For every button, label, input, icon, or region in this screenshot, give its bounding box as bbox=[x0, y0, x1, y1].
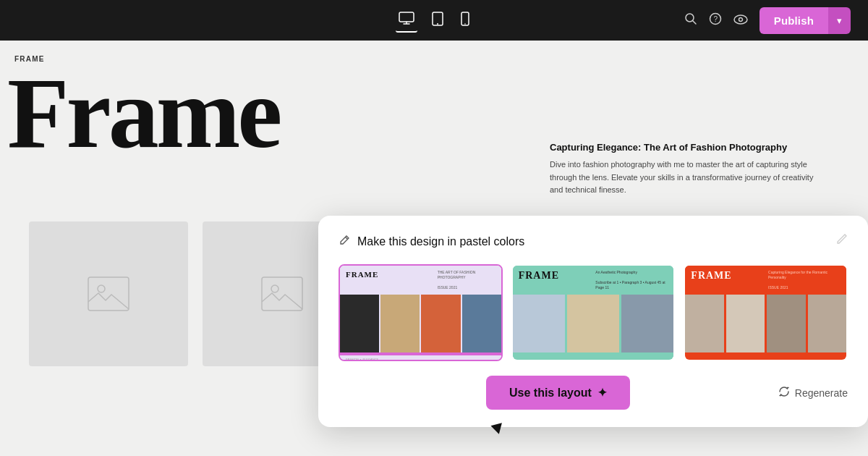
lc2-logo: FRAME bbox=[519, 270, 559, 282]
publish-btn-group: Publish ▾ bbox=[760, 7, 851, 34]
image-placeholder-1 bbox=[29, 221, 188, 366]
svg-point-11 bbox=[98, 285, 105, 292]
layout-card-3-inner: FRAME Capturing Elegance for the Romanti… bbox=[685, 266, 846, 360]
lc1-logo: FRAME bbox=[346, 270, 378, 279]
lc1-img-4 bbox=[462, 295, 501, 352]
svg-rect-0 bbox=[399, 12, 414, 22]
svg-point-2 bbox=[437, 23, 438, 25]
use-layout-button[interactable]: Use this layout ✦ bbox=[486, 376, 630, 410]
sparkle-icon: ✦ bbox=[597, 386, 607, 400]
svg-text:?: ? bbox=[713, 15, 718, 23]
lc1-text: THE ART OF FASHION PHOTOGRAPHYISSUE 2021 bbox=[438, 270, 495, 290]
search-button[interactable] bbox=[684, 12, 697, 29]
article-card: Capturing Elegance: The Art of Fashion P… bbox=[550, 142, 825, 197]
lc3-img-3 bbox=[767, 295, 805, 352]
regenerate-icon bbox=[778, 385, 791, 401]
regenerate-button[interactable]: Regenerate bbox=[778, 385, 848, 401]
lc2-text: An Aesthetic PhotographySubscribe at 1 •… bbox=[595, 270, 668, 290]
help-button[interactable]: ? bbox=[709, 12, 722, 29]
svg-point-5 bbox=[686, 14, 694, 22]
use-layout-label: Use this layout bbox=[509, 387, 592, 400]
pencil-icon bbox=[339, 235, 350, 249]
lc1-img-2 bbox=[380, 295, 420, 352]
top-right-actions: ? Publish ▾ bbox=[684, 7, 851, 34]
tablet-icon[interactable] bbox=[429, 9, 446, 33]
cursor bbox=[490, 423, 504, 436]
lc1-img-3 bbox=[421, 295, 460, 352]
layout-options: FRAME THE ART OF FASHION PHOTOGRAPHYISSU… bbox=[339, 264, 848, 361]
lc2-img-2 bbox=[567, 295, 619, 352]
article-title: Capturing Elegance: The Art of Fashion P… bbox=[550, 142, 825, 153]
layout-card-2-inner: FRAME An Aesthetic PhotographySubscribe … bbox=[513, 266, 674, 360]
panel-footer: Use this layout ✦ Regenerate bbox=[339, 376, 848, 410]
lc2-img-1 bbox=[513, 295, 565, 352]
top-bar: ? Publish ▾ bbox=[0, 0, 868, 41]
svg-point-13 bbox=[271, 285, 278, 292]
edit-icon[interactable] bbox=[835, 233, 848, 250]
layout-card-3[interactable]: FRAME Capturing Elegance for the Romanti… bbox=[684, 264, 848, 361]
lc2-img-3 bbox=[621, 295, 673, 352]
svg-rect-12 bbox=[262, 277, 302, 311]
lc3-text: Capturing Elegance for the Romantic Pers… bbox=[768, 270, 841, 290]
lc3-img-2 bbox=[726, 295, 765, 352]
lc3-logo: FRAME bbox=[691, 270, 731, 282]
mobile-icon[interactable] bbox=[458, 9, 472, 33]
svg-point-8 bbox=[734, 15, 747, 24]
device-switcher bbox=[396, 9, 472, 33]
editor-area: FRAME Frame Capturing Elegance: The Art … bbox=[0, 41, 868, 456]
ai-panel-prompt: Make this design in pastel colors bbox=[357, 235, 524, 248]
desktop-icon[interactable] bbox=[396, 9, 417, 33]
ai-panel-header: Make this design in pastel colors bbox=[339, 233, 848, 250]
layout-card-2[interactable]: FRAME An Aesthetic PhotographySubscribe … bbox=[511, 264, 676, 361]
layout-card-1-inner: FRAME THE ART OF FASHION PHOTOGRAPHYISSU… bbox=[340, 266, 501, 360]
lc3-img-4 bbox=[808, 295, 846, 352]
publish-button[interactable]: Publish bbox=[760, 7, 828, 34]
ai-panel: Make this design in pastel colors FRAME … bbox=[318, 216, 868, 427]
hero-text: Frame bbox=[7, 62, 279, 164]
lc3-img-1 bbox=[685, 295, 723, 352]
regenerate-label: Regenerate bbox=[795, 387, 848, 399]
svg-point-9 bbox=[739, 17, 742, 21]
lc1-bottom: FASHION • ELEGANCE bbox=[340, 355, 501, 360]
publish-dropdown-button[interactable]: ▾ bbox=[828, 7, 851, 34]
layout-card-1[interactable]: FRAME THE ART OF FASHION PHOTOGRAPHYISSU… bbox=[339, 264, 503, 361]
svg-point-4 bbox=[464, 23, 466, 25]
lc1-img-1 bbox=[340, 295, 379, 352]
article-body: Dive into fashion photography with me to… bbox=[550, 159, 825, 197]
preview-button[interactable] bbox=[733, 13, 748, 28]
svg-rect-10 bbox=[88, 277, 129, 311]
